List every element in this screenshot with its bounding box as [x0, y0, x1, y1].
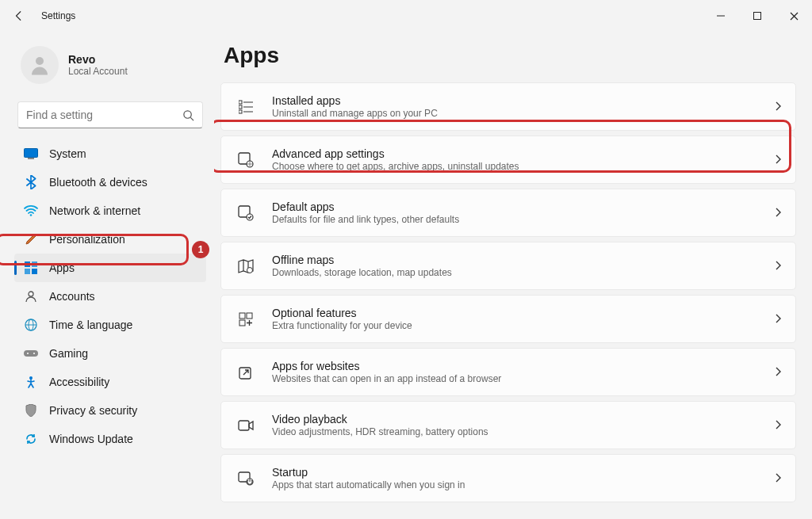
nav-item-apps[interactable]: Apps [14, 254, 206, 282]
card-sub: Apps that start automatically when you s… [272, 479, 775, 490]
svg-rect-32 [247, 313, 252, 319]
card-default-apps[interactable]: Default apps Defaults for file and link … [220, 189, 796, 237]
paintbrush-icon [24, 232, 38, 246]
minimize-button[interactable] [703, 0, 739, 32]
card-title: Startup [272, 466, 775, 479]
gaming-icon [24, 346, 38, 361]
search-input[interactable] [26, 109, 182, 121]
window-title: Settings [41, 10, 75, 21]
card-apps-for-websites[interactable]: Apps for websites Websites that can open… [220, 348, 796, 396]
maximize-icon [753, 12, 761, 20]
card-title: Apps for websites [272, 360, 775, 372]
minimize-icon [717, 12, 725, 20]
svg-rect-22 [239, 105, 242, 109]
card-title: Optional features [272, 307, 775, 319]
card-sub: Uninstall and manage apps on your PC [272, 108, 775, 119]
nav-label: Accounts [49, 290, 95, 303]
back-button[interactable] [11, 10, 27, 21]
close-button[interactable] [776, 0, 812, 32]
sidebar: Revo Local Account System Bluetooth & de… [0, 32, 214, 519]
map-icon [236, 259, 256, 273]
svg-rect-10 [25, 269, 30, 274]
nav-label: System [49, 147, 86, 160]
person-icon [28, 53, 52, 77]
nav-item-windows-update[interactable]: Windows Update [14, 425, 206, 453]
svg-line-4 [190, 117, 193, 120]
nav-label: Bluetooth & devices [49, 176, 147, 189]
startup-icon [236, 471, 256, 486]
default-apps-icon [236, 205, 256, 221]
card-installed-apps[interactable]: Installed apps Uninstall and manage apps… [220, 82, 796, 131]
nav-item-privacy[interactable]: Privacy & security [14, 396, 206, 425]
nav-item-time-language[interactable]: Time & language [14, 311, 206, 339]
chevron-right-icon [775, 366, 781, 379]
svg-rect-8 [25, 261, 30, 267]
nav-label: Apps [49, 261, 75, 274]
profile-subtitle: Local Account [68, 66, 128, 77]
card-optional-features[interactable]: Optional features Extra functionality fo… [220, 295, 796, 343]
avatar [21, 46, 59, 84]
features-icon [236, 312, 256, 326]
nav-item-gaming[interactable]: Gaming [14, 339, 206, 368]
svg-rect-6 [28, 158, 34, 159]
nav-label: Network & internet [49, 204, 140, 217]
accounts-icon [24, 289, 38, 303]
chevron-right-icon [775, 260, 781, 273]
card-startup[interactable]: Startup Apps that start automatically wh… [220, 454, 796, 502]
page-title: Apps [224, 43, 796, 68]
chevron-right-icon [775, 154, 781, 166]
svg-rect-35 [239, 421, 249, 430]
maximize-button[interactable] [739, 0, 776, 32]
svg-rect-1 [754, 13, 761, 20]
card-title: Offline maps [272, 254, 775, 266]
nav-item-network[interactable]: Network & internet [14, 197, 206, 225]
card-sub: Video adjustments, HDR streaming, batter… [272, 426, 775, 437]
profile-text: Revo Local Account [68, 53, 128, 77]
svg-point-2 [36, 57, 44, 65]
nav-item-accounts[interactable]: Accounts [14, 282, 206, 311]
card-video-playback[interactable]: Video playback Video adjustments, HDR st… [220, 401, 796, 449]
svg-point-3 [184, 110, 191, 117]
open-external-icon [236, 365, 256, 380]
nav-label: Time & language [49, 319, 132, 331]
close-icon [790, 12, 799, 21]
svg-point-12 [29, 292, 33, 296]
chevron-right-icon [775, 472, 781, 485]
chevron-right-icon [775, 101, 781, 113]
svg-rect-33 [239, 320, 245, 326]
apps-icon [24, 261, 38, 275]
accessibility-icon [24, 375, 38, 389]
nav-label: Personalization [49, 233, 125, 246]
card-sub: Choose where to get apps, archive apps, … [272, 161, 775, 172]
card-title: Default apps [272, 200, 775, 213]
card-title: Advanced app settings [272, 147, 775, 160]
chevron-right-icon [775, 207, 781, 219]
main-panel: Apps Installed apps Uninstall and manage… [214, 32, 812, 519]
card-title: Installed apps [272, 94, 775, 107]
system-icon [24, 147, 38, 161]
svg-rect-9 [32, 261, 37, 267]
nav-label: Accessibility [49, 376, 109, 388]
chevron-right-icon [775, 313, 781, 326]
update-icon [24, 432, 38, 446]
shield-icon [24, 403, 38, 418]
card-title: Video playback [272, 413, 775, 426]
nav-label: Windows Update [49, 433, 133, 445]
arrow-left-icon [13, 10, 25, 21]
svg-rect-20 [239, 101, 242, 104]
nav-item-personalization[interactable]: Personalization [14, 225, 206, 254]
card-advanced-app-settings[interactable]: Advanced app settings Choose where to ge… [220, 135, 796, 184]
profile-name: Revo [68, 53, 128, 66]
search-box[interactable] [17, 101, 203, 128]
nav-item-system[interactable]: System [14, 139, 206, 168]
nav-item-bluetooth[interactable]: Bluetooth & devices [14, 168, 206, 197]
profile[interactable]: Revo Local Account [14, 41, 206, 98]
svg-rect-31 [239, 313, 245, 319]
video-icon [236, 420, 256, 431]
card-offline-maps[interactable]: Offline maps Downloads, storage location… [220, 242, 796, 290]
callout-1-badge: 1 [192, 241, 209, 258]
nav-item-accessibility[interactable]: Accessibility [14, 368, 206, 396]
svg-rect-16 [24, 350, 38, 357]
svg-point-18 [33, 353, 35, 354]
titlebar: Settings [0, 0, 812, 32]
